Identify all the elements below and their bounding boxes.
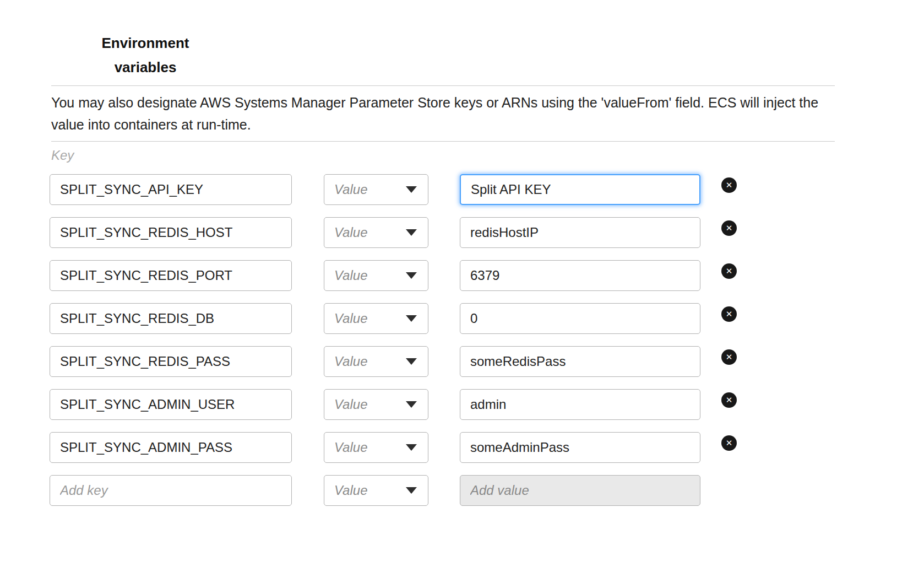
remove-row-button[interactable]: ✕ [721,220,737,236]
key-column-header: Key [51,148,74,163]
value-input[interactable] [460,260,700,291]
key-input[interactable] [50,389,292,420]
section-label: Environment variables [98,31,193,79]
value-type-select[interactable]: Value [324,303,428,334]
spacer [721,483,737,498]
key-input[interactable] [50,217,292,248]
value-type-select[interactable]: Value [324,260,428,291]
environment-variables-panel: Environment variables You may also desig… [0,0,924,561]
remove-row-button[interactable]: ✕ [721,435,737,451]
value-type-select[interactable]: Value [324,346,428,377]
value-type-label: Value [334,440,368,455]
key-input[interactable] [50,260,292,291]
value-input[interactable] [460,389,700,420]
divider [51,85,835,86]
value-input[interactable] [460,217,700,248]
circle-x-icon: ✕ [726,395,733,405]
chevron-down-icon [406,401,417,408]
env-var-row: Value ✕ [50,389,737,420]
chevron-down-icon [406,358,417,365]
key-input[interactable] [50,303,292,334]
value-type-label: Value [334,225,368,240]
add-key-input[interactable] [50,475,292,506]
remove-row-button[interactable]: ✕ [721,306,737,322]
remove-row-button[interactable]: ✕ [721,392,737,408]
value-type-select[interactable]: Value [324,174,428,205]
value-type-label: Value [334,268,368,283]
value-type-select[interactable]: Value [324,475,428,506]
key-input[interactable] [50,346,292,377]
chevron-down-icon [406,186,417,193]
chevron-down-icon [406,444,417,451]
circle-x-icon: ✕ [726,309,733,319]
env-var-row: Value ✕ [50,303,737,334]
chevron-down-icon [406,315,417,322]
remove-row-button[interactable]: ✕ [721,177,737,193]
value-type-select[interactable]: Value [324,217,428,248]
remove-row-button[interactable]: ✕ [721,263,737,279]
chevron-down-icon [406,272,417,279]
add-env-var-row: Value [50,475,737,506]
value-type-label: Value [334,483,368,498]
value-type-label: Value [334,397,368,412]
remove-row-button[interactable]: ✕ [721,349,737,365]
chevron-down-icon [406,487,417,494]
key-input[interactable] [50,432,292,463]
section-description: You may also designate AWS Systems Manag… [51,91,836,136]
value-type-label: Value [334,354,368,369]
circle-x-icon: ✕ [726,223,733,233]
circle-x-icon: ✕ [726,352,733,362]
env-var-row: Value ✕ [50,346,737,377]
value-type-label: Value [334,182,368,197]
value-input[interactable] [460,432,700,463]
env-var-row: Value ✕ [50,432,737,463]
env-var-row: Value ✕ [50,174,737,205]
circle-x-icon: ✕ [726,180,733,190]
key-input[interactable] [50,174,292,205]
add-value-input[interactable] [460,475,700,506]
value-input[interactable] [460,174,700,205]
env-var-row: Value ✕ [50,260,737,291]
divider [51,141,835,142]
circle-x-icon: ✕ [726,438,733,448]
circle-x-icon: ✕ [726,266,733,276]
value-type-select[interactable]: Value [324,389,428,420]
value-input[interactable] [460,346,700,377]
value-type-label: Value [334,311,368,326]
env-var-rows: Value ✕ Value ✕ Value ✕ [50,174,737,518]
env-var-row: Value ✕ [50,217,737,248]
value-type-select[interactable]: Value [324,432,428,463]
chevron-down-icon [406,229,417,236]
value-input[interactable] [460,303,700,334]
